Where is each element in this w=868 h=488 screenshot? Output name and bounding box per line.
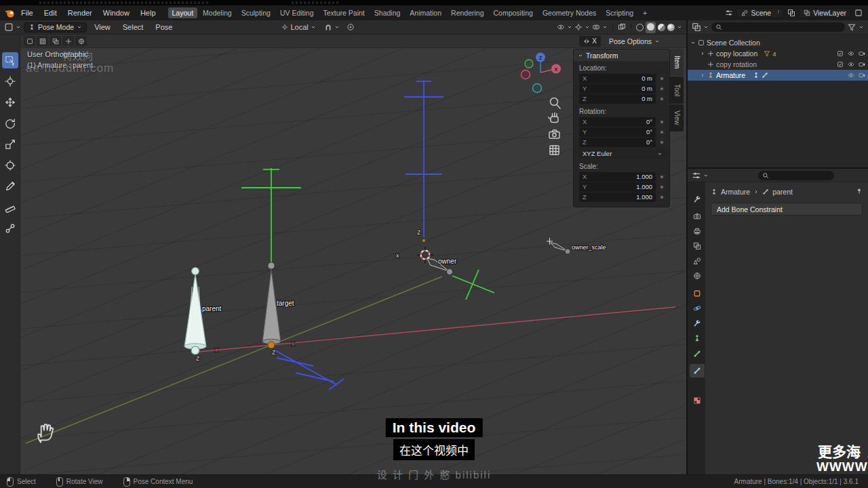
location-x-field[interactable]: X 0 m: [579, 74, 656, 83]
filter-icon[interactable]: [848, 23, 856, 31]
outliner-row-armature[interactable]: Armature: [688, 70, 868, 81]
pose-options-dropdown[interactable]: Pose Options: [605, 37, 664, 45]
scale-z-field[interactable]: Z 1.000: [579, 192, 656, 202]
menu-select[interactable]: Select: [118, 23, 149, 31]
disclosure-icon[interactable]: [700, 51, 705, 56]
tab-object[interactable]: [690, 287, 705, 300]
tab-texture[interactable]: [690, 394, 705, 407]
workspace-tab-modeling[interactable]: Modeling: [199, 7, 236, 18]
outliner-row-copy-location[interactable]: copy location 4: [688, 48, 868, 59]
eye-icon[interactable]: [848, 61, 854, 68]
gizmo-y-axis[interactable]: [525, 60, 533, 68]
menu-window[interactable]: Window: [98, 9, 135, 17]
rotation-mode-select[interactable]: XYZ Euler: [579, 149, 666, 159]
bone-blue-lower[interactable]: [274, 350, 344, 390]
bone-owner-axes[interactable]: [452, 270, 494, 300]
tab-object-constraints[interactable]: [690, 317, 705, 330]
rotation-x-field[interactable]: X 0°: [579, 117, 656, 127]
tool-settings-icon-3[interactable]: [50, 36, 61, 46]
workspace-tab-uv-editing[interactable]: UV Editing: [276, 7, 318, 18]
bone-green-stick[interactable]: [241, 168, 301, 266]
transform-tool[interactable]: [2, 157, 18, 174]
workspace-tab-geometry-nodes[interactable]: Geometry Nodes: [538, 7, 600, 18]
camera-icon[interactable]: [859, 50, 865, 57]
workspace-tab-animation[interactable]: Animation: [406, 7, 446, 18]
editor-type-selector[interactable]: [4, 22, 21, 32]
zoom-icon[interactable]: [551, 98, 561, 109]
tab-bone-constraint[interactable]: [690, 364, 705, 378]
measure-tool[interactable]: [2, 199, 18, 216]
menu-edit[interactable]: Edit: [39, 9, 62, 17]
tab-physics[interactable]: [690, 302, 705, 315]
tab-tool[interactable]: [690, 192, 705, 206]
properties-editor-selector[interactable]: [692, 171, 709, 180]
annotate-tool[interactable]: [2, 178, 18, 195]
mode-selector[interactable]: Pose Mode: [24, 22, 87, 33]
sidebar-tab-view[interactable]: View: [670, 104, 684, 131]
bone-blue-stick[interactable]: [404, 80, 443, 237]
eye-icon[interactable]: [848, 72, 854, 79]
decorator-icon[interactable]: [658, 193, 666, 201]
disclosure-icon[interactable]: [700, 73, 705, 78]
toggle-xray-icon[interactable]: [618, 23, 626, 31]
camera-view-icon[interactable]: [549, 130, 559, 138]
outliner-search-input[interactable]: [711, 22, 845, 32]
unlink-icon[interactable]: [774, 10, 779, 16]
eye-icon[interactable]: [848, 50, 854, 57]
add-bone-constraint-button[interactable]: Add Bone Constraint: [711, 203, 863, 216]
navigation-gizmo[interactable]: Z X: [521, 53, 561, 93]
disclosure-icon[interactable]: [690, 40, 696, 45]
pose-breakdowner-tool[interactable]: [2, 220, 18, 237]
workspace-tab-sculpting[interactable]: Sculpting: [237, 7, 275, 18]
scale-tool[interactable]: [2, 136, 18, 152]
tab-bone[interactable]: [690, 347, 705, 361]
checkbox-icon[interactable]: [837, 61, 844, 68]
location-y-field[interactable]: Y 0 m: [579, 84, 656, 94]
menu-view[interactable]: View: [90, 23, 115, 31]
checkbox-icon[interactable]: [837, 50, 844, 57]
menu-render[interactable]: Render: [62, 9, 98, 17]
blender-logo-icon[interactable]: [4, 8, 16, 18]
breadcrumb-bone[interactable]: parent: [772, 188, 793, 196]
menu-file[interactable]: File: [16, 9, 39, 17]
tab-world[interactable]: [690, 269, 705, 283]
tool-settings-icon-1[interactable]: [24, 36, 35, 46]
mirror-x-toggle[interactable]: X: [579, 36, 601, 47]
decorator-icon[interactable]: [658, 183, 666, 191]
tab-output[interactable]: [690, 224, 705, 238]
decorator-icon[interactable]: [658, 95, 666, 103]
rotation-y-field[interactable]: Y 0°: [579, 127, 656, 137]
workspace-tab-scripting[interactable]: Scripting: [601, 7, 637, 18]
select-box-tool[interactable]: [2, 52, 18, 68]
workspace-tab-texture-paint[interactable]: Texture Paint: [319, 7, 369, 18]
camera-icon[interactable]: [859, 72, 865, 79]
location-z-field[interactable]: Z 0 m: [579, 94, 656, 104]
cursor-tool[interactable]: [2, 73, 18, 89]
shading-material-button[interactable]: [658, 24, 665, 31]
tab-scene[interactable]: [690, 254, 705, 268]
shading-wireframe-button[interactable]: [636, 24, 644, 31]
transform-panel-header[interactable]: Transform: [574, 49, 669, 61]
breadcrumb-object[interactable]: Armature: [721, 188, 750, 196]
properties-search-input[interactable]: [758, 171, 834, 180]
gizmo-neg-z-axis[interactable]: [533, 84, 542, 93]
rotate-tool[interactable]: [2, 115, 18, 131]
move-tool[interactable]: [2, 94, 18, 110]
view-layer-selector[interactable]: ViewLayer: [799, 8, 851, 18]
sidebar-tab-tool[interactable]: Tool: [670, 77, 684, 104]
outliner-editor-selector[interactable]: [692, 22, 709, 32]
scale-x-field[interactable]: X 1.000: [579, 172, 656, 182]
sidebar-tab-item[interactable]: Item: [670, 49, 684, 76]
chevron-down-icon[interactable]: [859, 24, 864, 30]
camera-icon[interactable]: [859, 61, 865, 68]
view-layer-icon[interactable]: [787, 9, 795, 17]
decorator-icon[interactable]: [658, 75, 666, 83]
tab-view-layer[interactable]: [690, 239, 705, 253]
pin-icon[interactable]: [856, 188, 863, 195]
menu-help[interactable]: Help: [135, 9, 161, 17]
rotation-z-field[interactable]: Z 0°: [579, 138, 656, 147]
snapping-toggle[interactable]: [324, 23, 340, 31]
copy-view-layer-icon[interactable]: [854, 9, 863, 17]
overlays-dropdown[interactable]: [592, 23, 608, 31]
proportional-editing-toggle[interactable]: [347, 23, 355, 31]
